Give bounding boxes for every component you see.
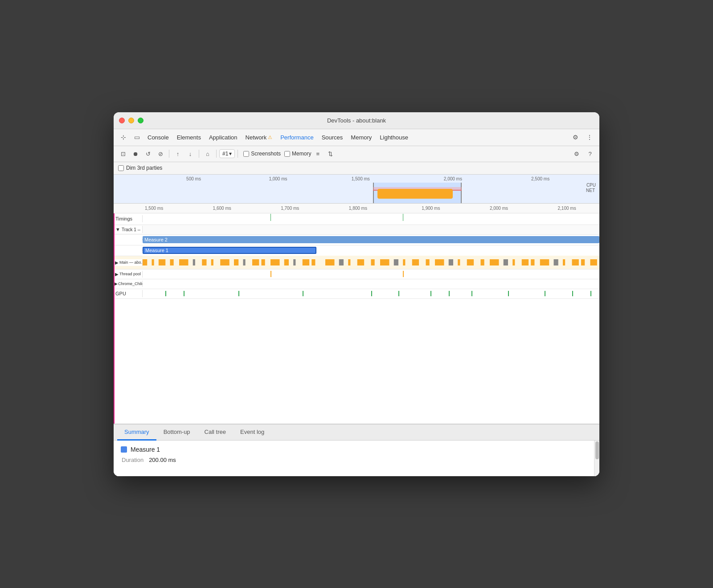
nav-settings-icon[interactable]: ⚙ <box>569 131 582 143</box>
dropdown-chevron-icon: ▾ <box>229 151 232 157</box>
record-btn[interactable]: ⏺ <box>130 148 141 159</box>
svg-rect-30 <box>458 259 460 265</box>
gpu-content[interactable] <box>143 289 599 298</box>
memory-checkbox-label[interactable]: Memory <box>284 151 311 157</box>
nav-more-icon[interactable]: ⋮ <box>583 131 596 143</box>
clear-btn[interactable]: ⊘ <box>155 148 166 159</box>
svg-rect-11 <box>252 259 259 265</box>
measure1-content[interactable]: Measure 1 <box>143 245 599 256</box>
tick-1000ms: 1,000 ms <box>269 176 287 181</box>
svg-rect-40 <box>563 259 565 265</box>
svg-rect-25 <box>403 259 405 265</box>
network-throttle-btn[interactable]: ⇅ <box>324 148 336 159</box>
gpu-marker-10 <box>508 291 509 296</box>
minimize-button[interactable] <box>128 118 134 123</box>
refresh-btn[interactable]: ↺ <box>142 148 154 159</box>
measure2-content[interactable]: Measure 2 <box>143 234 599 245</box>
summary-measure1-header: Measure 1 <box>121 446 592 453</box>
duration-value: 200.00 ms <box>149 457 176 463</box>
screenshots-checkbox[interactable] <box>243 151 249 157</box>
summary-measure1-name: Measure 1 <box>131 446 160 453</box>
svg-rect-9 <box>234 259 238 265</box>
custom-track-expand[interactable]: ▼ Track 1 — Custom... <box>114 226 143 233</box>
track-gpu: GPU <box>114 289 599 299</box>
svg-rect-15 <box>293 259 295 265</box>
screenshot-record-btn[interactable]: ⊡ <box>117 148 129 159</box>
net-label: NET <box>586 188 595 193</box>
title-bar: DevTools - about:blank <box>114 112 599 129</box>
main-tick-1800: 1,800 ms <box>349 206 367 211</box>
dim-checkbox[interactable] <box>118 165 124 171</box>
main-tick-2100: 2,100 ms <box>558 206 576 211</box>
thread-pool-label[interactable]: ▶ Thread pool <box>114 271 143 278</box>
bottom-panel: Summary Bottom-up Call tree Event log Me… <box>114 424 599 476</box>
top-nav: ⊹ ▭ Console Elements Application Network… <box>114 129 599 146</box>
nav-memory[interactable]: Memory <box>347 132 375 143</box>
thread-pool-bar2 <box>403 271 404 277</box>
nav-network[interactable]: Network ⚠ <box>242 132 276 143</box>
nav-sources[interactable]: Sources <box>318 132 347 143</box>
home-btn[interactable]: ⌂ <box>202 148 213 159</box>
dim-label[interactable]: Dim 3rd parties <box>118 165 162 171</box>
custom-track-content[interactable] <box>143 225 599 234</box>
close-button[interactable] <box>119 118 125 123</box>
nav-performance[interactable]: Performance <box>277 132 317 143</box>
thread-pool-bar <box>270 271 271 277</box>
measure2-bar[interactable]: Measure 2 <box>143 236 599 243</box>
toolbar: ⊡ ⏺ ↺ ⊘ ↑ ↓ ⌂ #1 ▾ Screenshots Memory ≡ … <box>114 146 599 162</box>
selector-value: #1 <box>222 151 228 157</box>
toolbar-settings-btn[interactable]: ⚙ <box>571 148 582 159</box>
track-main: ▶ Main — abo... <box>114 256 599 270</box>
traffic-lights <box>119 118 143 123</box>
nav-lighthouse[interactable]: Lighthouse <box>376 132 412 143</box>
memory-checkbox[interactable] <box>284 151 290 157</box>
main-label[interactable]: ▶ Main — abo... <box>114 259 143 266</box>
svg-rect-13 <box>270 259 280 265</box>
download-btn[interactable]: ↓ <box>184 148 196 159</box>
device-icon-btn[interactable]: ▭ <box>131 131 143 143</box>
timings-content[interactable] <box>143 213 599 225</box>
svg-rect-41 <box>572 259 579 265</box>
maximize-button[interactable] <box>138 118 143 123</box>
svg-rect-14 <box>284 259 289 265</box>
scrollbar[interactable] <box>594 441 599 476</box>
nav-elements[interactable]: Elements <box>173 132 205 143</box>
network-label: Network <box>246 134 267 141</box>
magenta-line-empty <box>114 299 115 424</box>
nav-application[interactable]: Application <box>205 132 241 143</box>
inspect-icon-btn[interactable]: ⊹ <box>117 131 130 143</box>
tracks-container[interactable]: Timings ▼ Track 1 — Custom... <box>114 213 599 424</box>
cpu-throttle-btn[interactable]: ≡ <box>312 148 324 159</box>
tab-event-log[interactable]: Event log <box>233 425 271 441</box>
svg-rect-0 <box>143 259 147 265</box>
main-content[interactable] <box>143 256 599 269</box>
timing-marker-1 <box>270 214 271 221</box>
timeline-ruler: 500 ms 1,000 ms 1,500 ms 2,000 ms 2,500 … <box>114 175 599 183</box>
measure1-color-swatch <box>121 446 127 453</box>
nav-console[interactable]: Console <box>144 132 172 143</box>
svg-rect-39 <box>554 259 558 265</box>
chrome-child-content[interactable] <box>143 279 599 289</box>
track-measure1: Measure 1 <box>114 245 599 256</box>
timeline-overview[interactable]: 500 ms 1,000 ms 1,500 ms 2,000 ms 2,500 … <box>114 175 599 204</box>
chrome-child-label[interactable]: ▶ Chrome_Child... <box>114 281 143 287</box>
tab-bottom-up[interactable]: Bottom-up <box>156 425 197 441</box>
tab-summary[interactable]: Summary <box>117 425 156 441</box>
gpu-marker-8 <box>449 291 450 296</box>
scrollbar-thumb[interactable] <box>595 441 599 459</box>
screenshots-checkbox-label[interactable]: Screenshots <box>243 151 281 157</box>
tab-call-tree[interactable]: Call tree <box>197 425 233 441</box>
toolbar-help-btn[interactable]: ? <box>584 148 596 159</box>
selector-dropdown[interactable]: #1 ▾ <box>219 149 235 158</box>
svg-rect-18 <box>325 259 335 265</box>
measure1-bar[interactable]: Measure 1 <box>143 247 316 254</box>
measure1-indent <box>114 249 143 251</box>
main-flame-svg <box>143 256 599 269</box>
thread-pool-content[interactable] <box>143 269 599 279</box>
empty-area <box>114 299 599 424</box>
duration-label: Duration <box>122 457 143 463</box>
toolbar-sep4 <box>238 150 238 158</box>
gpu-marker-3 <box>238 291 239 296</box>
upload-btn[interactable]: ↑ <box>172 148 184 159</box>
track-thread-pool: ▶ Thread pool <box>114 270 599 279</box>
